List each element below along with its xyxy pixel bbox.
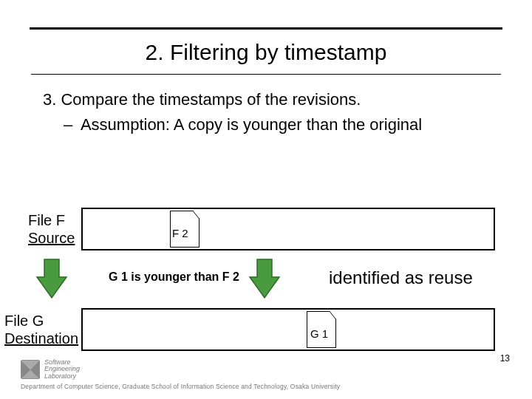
slide-title: 2. Filtering by timestamp: [0, 40, 532, 65]
lab-logo: Software Engineering Laboratory: [21, 359, 80, 380]
down-arrow-icon: [35, 255, 68, 304]
file-g-box: [81, 308, 495, 351]
svg-marker-0: [37, 259, 66, 298]
title-rule: [31, 74, 501, 75]
slide: 2. Filtering by timestamp 3. Compare the…: [0, 0, 532, 399]
file-f-box: [81, 208, 495, 250]
svg-marker-1: [250, 259, 279, 298]
file-f-label: File F Source: [28, 211, 75, 247]
slide-number: 13: [500, 353, 510, 364]
body-text: 3. Compare the timestamps of the revisio…: [43, 89, 502, 135]
file-g-name: File G: [4, 312, 78, 330]
file-g-role: Destination: [4, 330, 78, 347]
logo-line3: Laboratory: [44, 373, 80, 380]
footer-department: Department of Computer Science, Graduate…: [21, 383, 511, 390]
comparison-text: G 1 is younger than F 2: [109, 270, 239, 284]
dash-bullet: –: [64, 114, 77, 136]
reuse-result-text: identified as reuse: [329, 267, 473, 288]
down-arrow-icon: [248, 255, 281, 304]
body-line-2-text: Assumption: A copy is younger than the o…: [81, 115, 422, 134]
body-line-1: 3. Compare the timestamps of the revisio…: [43, 89, 502, 111]
top-rule: [30, 27, 502, 30]
document-label-f2: F 2: [172, 227, 188, 239]
file-f-role: Source: [28, 229, 75, 247]
file-f-name: File F: [28, 211, 75, 229]
body-line-2: – Assumption: A copy is younger than the…: [64, 114, 502, 136]
lab-logo-mark-icon: [21, 360, 40, 379]
file-g-label: File G Destination: [4, 312, 78, 347]
document-label-g1: G 1: [310, 327, 328, 340]
lab-logo-text: Software Engineering Laboratory: [44, 359, 80, 380]
